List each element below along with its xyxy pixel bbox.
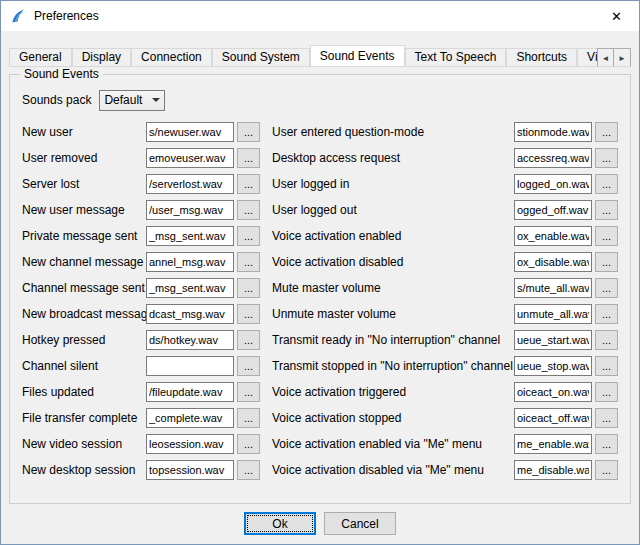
event-label: Transmit ready in "No interruption" chan… xyxy=(272,333,514,347)
cancel-button[interactable]: Cancel xyxy=(324,512,396,535)
browse-button[interactable]: ... xyxy=(237,356,260,376)
event-label: Voice activation enabled via "Me" menu xyxy=(272,437,514,451)
browse-button[interactable]: ... xyxy=(595,330,618,350)
sound-events-left-column: New user ... User removed ... Server los… xyxy=(22,119,260,483)
browse-button[interactable]: ... xyxy=(237,174,260,194)
event-label: Voice activation stopped xyxy=(272,411,514,425)
browse-button[interactable]: ... xyxy=(237,252,260,272)
sound-file-input[interactable] xyxy=(514,148,592,168)
event-label: Channel silent xyxy=(22,359,146,373)
browse-button[interactable]: ... xyxy=(595,434,618,454)
tab-text-to-speech[interactable]: Text To Speech xyxy=(405,48,507,67)
tab-general[interactable]: General xyxy=(9,48,72,67)
sound-file-input[interactable] xyxy=(146,278,234,298)
browse-button[interactable]: ... xyxy=(595,226,618,246)
event-label: Channel message sent xyxy=(22,281,146,295)
browse-button[interactable]: ... xyxy=(595,252,618,272)
close-button[interactable]: ✕ xyxy=(594,1,639,31)
sound-file-input[interactable] xyxy=(514,278,592,298)
tab-scroll-right-icon[interactable]: ► xyxy=(614,48,631,67)
sound-file-input[interactable] xyxy=(146,304,234,324)
sound-file-input[interactable] xyxy=(146,174,234,194)
event-label: User removed xyxy=(22,151,146,165)
close-icon: ✕ xyxy=(611,9,622,24)
title-bar: Preferences ✕ xyxy=(1,1,639,31)
browse-button[interactable]: ... xyxy=(595,408,618,428)
sound-file-input[interactable] xyxy=(146,148,234,168)
groupbox-title: Sound Events xyxy=(20,67,103,81)
sound-file-input[interactable] xyxy=(146,460,234,480)
browse-button[interactable]: ... xyxy=(237,278,260,298)
browse-button[interactable]: ... xyxy=(595,356,618,376)
sound-file-input[interactable] xyxy=(514,330,592,350)
sound-file-input[interactable] xyxy=(146,382,234,402)
browse-button[interactable]: ... xyxy=(595,148,618,168)
browse-button[interactable]: ... xyxy=(237,408,260,428)
sound-file-input[interactable] xyxy=(146,356,234,376)
tab-display[interactable]: Display xyxy=(72,48,131,67)
event-label: Server lost xyxy=(22,177,146,191)
ok-button[interactable]: Ok xyxy=(244,512,316,535)
sounds-pack-value: Default xyxy=(104,93,149,107)
row-server-lost: Server lost ... xyxy=(22,171,260,197)
sound-file-input[interactable] xyxy=(146,122,234,142)
browse-button[interactable]: ... xyxy=(237,434,260,454)
event-label: User entered question-mode xyxy=(272,125,514,139)
browse-button[interactable]: ... xyxy=(237,382,260,402)
tab-connection[interactable]: Connection xyxy=(131,48,212,67)
sounds-pack-row: Sounds pack Default xyxy=(22,89,618,111)
row-unmute-master-volume: Unmute master volume ... xyxy=(272,301,618,327)
sound-file-input[interactable] xyxy=(514,122,592,142)
sound-file-input[interactable] xyxy=(146,434,234,454)
sound-file-input[interactable] xyxy=(514,200,592,220)
row-file-transfer-complete: File transfer complete ... xyxy=(22,405,260,431)
sound-file-input[interactable] xyxy=(514,304,592,324)
sound-file-input[interactable] xyxy=(146,226,234,246)
row-question-mode: User entered question-mode ... xyxy=(272,119,618,145)
browse-button[interactable]: ... xyxy=(237,200,260,220)
sounds-pack-label: Sounds pack xyxy=(22,93,91,107)
browse-button[interactable]: ... xyxy=(595,382,618,402)
browse-button[interactable]: ... xyxy=(237,148,260,168)
sound-events-groupbox: Sound Events Sounds pack Default New use… xyxy=(9,74,631,504)
browse-button[interactable]: ... xyxy=(595,200,618,220)
sound-file-input[interactable] xyxy=(514,382,592,402)
sound-file-input[interactable] xyxy=(514,434,592,454)
sound-file-input[interactable] xyxy=(146,200,234,220)
event-label: Voice activation triggered xyxy=(272,385,514,399)
row-hotkey-pressed: Hotkey pressed ... xyxy=(22,327,260,353)
browse-button[interactable]: ... xyxy=(595,278,618,298)
browse-button[interactable]: ... xyxy=(237,330,260,350)
sound-file-input[interactable] xyxy=(514,226,592,246)
browse-button[interactable]: ... xyxy=(595,122,618,142)
row-voice-activation-disabled-me-menu: Voice activation disabled via "Me" menu … xyxy=(272,457,618,483)
tab-scroll-left-icon[interactable]: ◄ xyxy=(597,48,614,67)
event-label: New broadcast message xyxy=(22,307,146,321)
browse-button[interactable]: ... xyxy=(595,174,618,194)
event-label: New channel message xyxy=(22,255,146,269)
tab-sound-system[interactable]: Sound System xyxy=(212,48,310,67)
sounds-pack-dropdown[interactable]: Default xyxy=(99,90,165,111)
sound-file-input[interactable] xyxy=(146,330,234,350)
sound-file-input[interactable] xyxy=(146,252,234,272)
row-new-broadcast-message: New broadcast message ... xyxy=(22,301,260,327)
browse-button[interactable]: ... xyxy=(237,122,260,142)
sound-file-input[interactable] xyxy=(146,408,234,428)
browse-button[interactable]: ... xyxy=(237,460,260,480)
event-label: New video session xyxy=(22,437,146,451)
tab-shortcuts[interactable]: Shortcuts xyxy=(506,48,577,67)
row-user-removed: User removed ... xyxy=(22,145,260,171)
row-new-user-message: New user message ... xyxy=(22,197,260,223)
sound-file-input[interactable] xyxy=(514,408,592,428)
sound-file-input[interactable] xyxy=(514,252,592,272)
sound-file-input[interactable] xyxy=(514,460,592,480)
row-voice-activation-enabled-me-menu: Voice activation enabled via "Me" menu .… xyxy=(272,431,618,457)
browse-button[interactable]: ... xyxy=(237,226,260,246)
browse-button[interactable]: ... xyxy=(237,304,260,324)
tab-sound-events[interactable]: Sound Events xyxy=(310,45,405,67)
sound-file-input[interactable] xyxy=(514,356,592,376)
event-label: New user xyxy=(22,125,146,139)
sound-file-input[interactable] xyxy=(514,174,592,194)
browse-button[interactable]: ... xyxy=(595,304,618,324)
browse-button[interactable]: ... xyxy=(595,460,618,480)
